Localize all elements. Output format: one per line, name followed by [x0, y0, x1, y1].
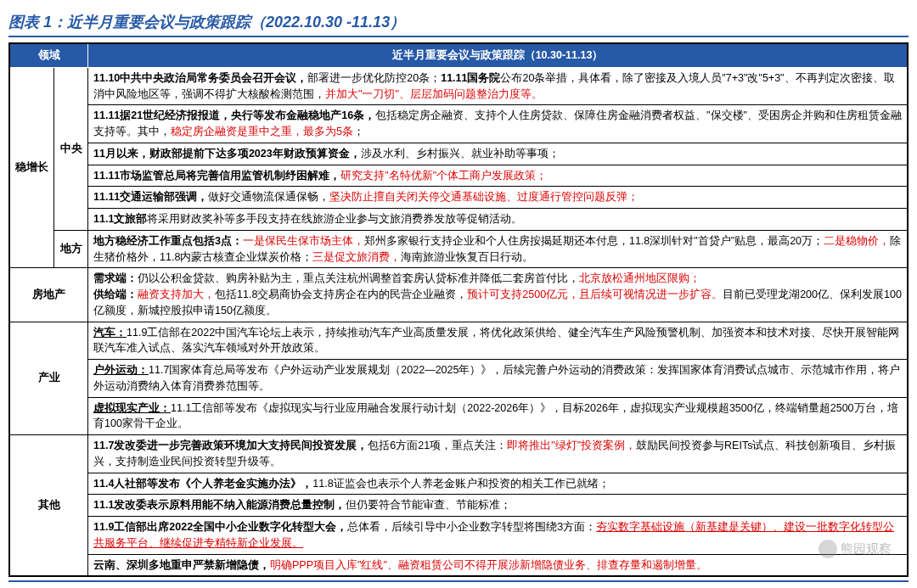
cell-content: 11.10中共中央政治局常务委员会召开会议，部署进一步优化防控20条；11.11… — [88, 67, 909, 105]
table-row: 云南、深圳多地重申严禁新增隐债，明确PPP项目入库"红线"、融资租赁公司不得开展… — [9, 554, 908, 576]
cat-qt: 其他 — [9, 435, 88, 577]
cell-content: 11.11市场监管总局将完善信用监管机制纾困解难，研究支持"名特优新"个体工商户… — [88, 165, 909, 187]
table-row: 产业 汽车：11.9工信部在2022中国汽车论坛上表示，持续推动汽车产业高质量发… — [9, 322, 908, 360]
cell-content: 11.11交通运输部强调，做好交通物流保通保畅，坚决防止擅自关闭关停交通基础设施… — [88, 187, 909, 209]
table-row: 11.11交通运输部强调，做好交通物流保通保畅，坚决防止擅自关闭关停交通基础设施… — [9, 187, 908, 209]
figure-title: 图表 1：近半月重要会议与政策跟踪（2022.10.30 -11.13） — [8, 8, 909, 37]
cell-content: 11.1文旅部将采用财政奖补等多手段支持在线旅游企业参与文旅消费券发放等促销活动… — [88, 209, 909, 231]
cell-content: 11.9工信部出席2022全国中小企业数字化转型大会，总体看，后续引导中小企业数… — [88, 517, 909, 555]
col-content: 近半月重要会议与政策跟踪（10.30-11.13） — [88, 43, 909, 67]
cell-content: 11.11据21世纪经济报报道，央行等发布金融稳地产16条，包括稳定房企融资、支… — [88, 105, 909, 143]
table-row: 户外运动：11.7国家体育总局等发布《户外运动产业发展规划（2022—2025年… — [9, 360, 908, 398]
cell-content: 11.7发改委进一步完善政策环境加大支持民间投资发展，包括6方面21项，重点关注… — [88, 435, 909, 473]
wechat-icon — [819, 540, 837, 558]
table-row: 11.9工信部出席2022全国中小企业数字化转型大会，总体看，后续引导中小企业数… — [9, 517, 908, 555]
cell-content: 11.1发改委表示原料用能不纳入能源消费总量控制，但仍要符合节能审查、节能标准； — [88, 495, 909, 517]
table-header-row: 领域 近半月重要会议与政策跟踪（10.30-11.13） — [9, 43, 908, 67]
watermark: 熊园观察 — [819, 540, 892, 558]
cat-wzz: 稳增长 — [9, 67, 54, 268]
table-row: 稳增长 中央 11.10中共中央政治局常务委员会召开会议，部署进一步优化防控20… — [9, 67, 908, 105]
policy-table: 领域 近半月重要会议与政策跟踪（10.30-11.13） 稳增长 中央 11.1… — [8, 42, 909, 577]
cell-content: 需求端：仍以公积金贷款、购房补贴为主，重点关注杭州调整首套房认贷标准并降低二套房… — [88, 268, 909, 322]
table-row: 11.11市场监管总局将完善信用监管机制纾困解难，研究支持"名特优新"个体工商户… — [9, 165, 908, 187]
cell-content: 地方稳经济工作重点包括3点：一是保民生保市场主体，郑州多家银行支持企业和个人住房… — [88, 230, 909, 268]
cell-content: 11月以来，财政部提前下达多项2023年财政预算资金，涉及水利、乡村振兴、就业补… — [88, 143, 909, 165]
table-row: 地方 地方稳经济工作重点包括3点：一是保民生保市场主体，郑州多家银行支持企业和个… — [9, 230, 908, 268]
table-row: 11月以来，财政部提前下达多项2023年财政预算资金，涉及水利、乡村振兴、就业补… — [9, 143, 908, 165]
cell-content: 云南、深圳多地重申严禁新增隐债，明确PPP项目入库"红线"、融资租赁公司不得开展… — [88, 554, 909, 576]
sub-zy: 中央 — [54, 67, 88, 230]
table-row: 11.4人社部等发布《个人养老金实施办法》，11.8证监会也表示个人养老金账户和… — [9, 473, 908, 495]
table-row: 其他 11.7发改委进一步完善政策环境加大支持民间投资发展，包括6方面21项，重… — [9, 435, 908, 473]
cell-content: 11.4人社部等发布《个人养老金实施办法》，11.8证监会也表示个人养老金账户和… — [88, 473, 909, 495]
table-row: 虚拟现实产业：11.1工信部等发布《虚拟现实与行业应用融合发展行动计划（2022… — [9, 397, 908, 435]
table-row: 11.1发改委表示原料用能不纳入能源消费总量控制，但仍要符合节能审查、节能标准； — [9, 495, 908, 517]
cell-content: 虚拟现实产业：11.1工信部等发布《虚拟现实与行业应用融合发展行动计划（2022… — [88, 397, 909, 435]
watermark-text: 熊园观察 — [841, 541, 892, 557]
table-row: 房地产 需求端：仍以公积金贷款、购房补贴为主，重点关注杭州调整首套房认贷标准并降… — [9, 268, 908, 322]
table-row: 11.1文旅部将采用财政奖补等多手段支持在线旅游企业参与文旅消费券发放等促销活动… — [9, 209, 908, 231]
cat-fdc: 房地产 — [9, 268, 88, 322]
source-text: 资料来源：中国政府网、各部委官网、各省人民政府官网、地方住建局、地方公积金中心、… — [8, 580, 909, 588]
cat-cy: 产业 — [9, 322, 88, 435]
cell-content: 户外运动：11.7国家体育总局等发布《户外运动产业发展规划（2022—2025年… — [88, 360, 909, 398]
col-domain: 领域 — [9, 43, 88, 67]
table-row: 11.11据21世纪经济报报道，央行等发布金融稳地产16条，包括稳定房企融资、支… — [9, 105, 908, 143]
sub-df: 地方 — [54, 230, 88, 268]
cell-content: 汽车：11.9工信部在2022中国汽车论坛上表示，持续推动汽车产业高质量发展，将… — [88, 322, 909, 360]
